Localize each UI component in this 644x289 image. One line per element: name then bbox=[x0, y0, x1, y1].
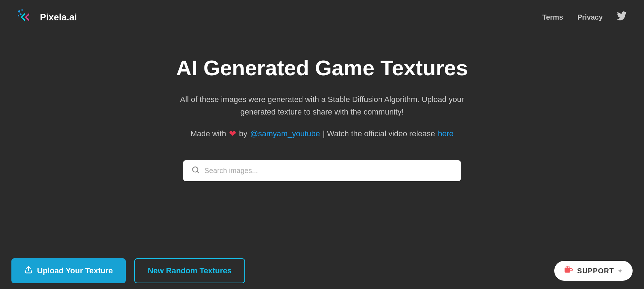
sparkle-icon: ✦ bbox=[618, 268, 623, 274]
twitter-icon[interactable] bbox=[617, 11, 627, 23]
svg-line-7 bbox=[197, 172, 198, 173]
header-nav: Terms Privacy bbox=[542, 11, 627, 23]
nav-privacy[interactable]: Privacy bbox=[577, 13, 603, 21]
random-button-label: New Random Textures bbox=[148, 266, 232, 275]
upload-icon bbox=[24, 265, 33, 276]
made-with-text: Made with bbox=[191, 129, 226, 138]
support-button-label: SUPPORT bbox=[577, 267, 614, 275]
search-bar bbox=[183, 160, 461, 181]
support-heart-icon bbox=[564, 266, 573, 276]
random-button[interactable]: New Random Textures bbox=[134, 258, 245, 283]
author-link[interactable]: @samyam_youtube bbox=[250, 129, 320, 138]
heart-icon: ❤ bbox=[229, 129, 236, 139]
svg-point-3 bbox=[21, 9, 23, 11]
svg-point-0 bbox=[18, 10, 20, 12]
bottom-bar: Upload Your Texture New Random Textures … bbox=[0, 253, 644, 289]
logo-icon bbox=[17, 8, 36, 26]
upload-button[interactable]: Upload Your Texture bbox=[11, 258, 126, 283]
svg-point-1 bbox=[20, 14, 22, 15]
logo-text: Pixela.ai bbox=[40, 12, 77, 23]
by-text: by bbox=[239, 129, 247, 138]
search-container bbox=[183, 160, 461, 181]
logo-link[interactable]: Pixela.ai bbox=[17, 8, 77, 26]
search-input[interactable] bbox=[204, 167, 452, 175]
main-content: AI Generated Game Textures All of these … bbox=[0, 34, 644, 217]
svg-marker-5 bbox=[25, 13, 29, 21]
svg-point-2 bbox=[18, 15, 19, 16]
here-link[interactable]: here bbox=[438, 129, 453, 138]
svg-rect-9 bbox=[565, 268, 570, 273]
hero-title: AI Generated Game Textures bbox=[176, 56, 468, 80]
site-header: Pixela.ai Terms Privacy bbox=[0, 0, 644, 34]
made-with-line: Made with ❤ by @samyam_youtube | Watch t… bbox=[191, 129, 454, 139]
upload-button-label: Upload Your Texture bbox=[37, 266, 113, 275]
pipe-separator: | Watch the official video release bbox=[323, 129, 435, 138]
support-button[interactable]: SUPPORT ✦ bbox=[554, 261, 633, 281]
hero-description: All of these images were generated with … bbox=[169, 93, 475, 118]
nav-terms[interactable]: Terms bbox=[542, 13, 563, 21]
search-icon bbox=[192, 166, 199, 176]
